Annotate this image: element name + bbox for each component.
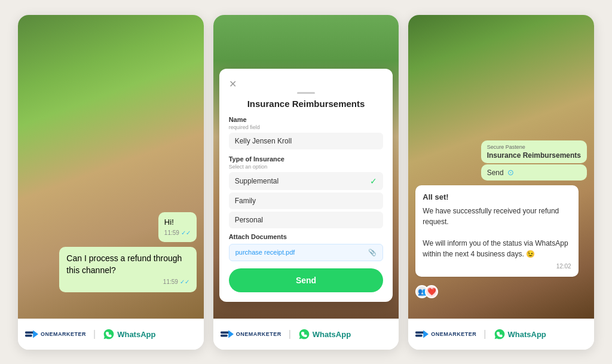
form-name-label: Name (229, 116, 384, 123)
page-wrapper: Hi! 11:59 ✓✓ Can I process a refund thro… (0, 0, 612, 364)
form-insurance-label: Type of Insurance (229, 155, 384, 163)
form-close-button[interactable]: ✕ (229, 78, 384, 90)
whatsapp-logo-3: WhatsApp (494, 328, 546, 340)
whatsapp-text-2: WhatsApp (313, 330, 351, 339)
form-name-sublabel: required field (229, 124, 384, 130)
onemarketer-text-3: ONEMARKETER (431, 331, 476, 337)
phone-screen-1: Hi! 11:59 ✓✓ Can I process a refund thro… (18, 15, 204, 319)
onemarketer-icon-1 (25, 330, 38, 338)
reimbursement-label: Insurance Reimbursements (487, 151, 581, 160)
reaction-row: 👥 ❤️ (415, 285, 587, 298)
bubble-refund-time: 11:59 ✓✓ (66, 278, 189, 286)
onemarketer-text-1: ONEMARKETER (41, 331, 86, 337)
bubble-refund: Can I process a refund through this chan… (59, 247, 196, 292)
onemarketer-logo-1: ONEMARKETER (25, 330, 86, 338)
onemarketer-logo-3: ONEMARKETER (415, 330, 476, 338)
attach-section: Attach Documents purchase receipt.pdf 📎 (229, 233, 384, 261)
whatsapp-logo-2: WhatsApp (298, 328, 351, 340)
attach-file-item[interactable]: purchase receipt.pdf 📎 (229, 244, 384, 261)
whatsapp-icon-3 (494, 328, 506, 340)
svg-marker-8 (424, 330, 429, 338)
whatsapp-icon-1 (103, 328, 115, 340)
card-1-footer: ONEMARKETER | WhatsApp (18, 319, 204, 350)
check-icon: ✓ (370, 176, 377, 186)
send-form-button[interactable]: Send (229, 268, 384, 292)
whatsapp-text-1: WhatsApp (117, 330, 155, 339)
chat-overlay-1: Hi! 11:59 ✓✓ Can I process a refund thro… (18, 15, 204, 319)
onemarketer-icon-3 (415, 330, 429, 338)
form-insurance-sublabel: Select an option (229, 164, 384, 170)
form-overlay: ✕ Insurance Reimbursements Name required… (219, 69, 393, 302)
divider-2: | (289, 329, 291, 339)
reaction-icons: 👥 ❤️ (415, 285, 438, 298)
bubble-hi: Hi! 11:59 ✓✓ (158, 212, 197, 242)
onemarketer-text-2: ONEMARKETER (236, 331, 281, 337)
secure-badge-text: Secure Pastene (487, 144, 581, 150)
paperclip-icon: 📎 (368, 249, 377, 256)
message-time: 12:02 (423, 262, 571, 271)
divider-1: | (93, 329, 96, 339)
form-title: Insurance Reimbursements (229, 99, 384, 109)
svg-rect-4 (221, 335, 228, 337)
divider-3: | (484, 329, 486, 339)
onemarketer-icon-2 (221, 330, 234, 338)
bubble-refund-text: Can I process a refund through this chan… (66, 253, 182, 275)
send-confirm-bubble: Send ⊙ (481, 164, 587, 181)
whatsapp-icon-2 (298, 328, 310, 340)
all-set-bubble: All set! We have successfully received y… (415, 185, 578, 277)
bubble-hi-text: Hi! (164, 218, 174, 227)
onemarketer-logo-2: ONEMARKETER (221, 330, 281, 338)
card-2-footer: ONEMARKETER | WhatsApp (213, 319, 399, 350)
svg-marker-5 (228, 330, 234, 338)
attach-file-name: purchase receipt.pdf (235, 249, 295, 256)
card-2: ✕ Insurance Reimbursements Name required… (213, 15, 399, 350)
svg-rect-7 (415, 335, 423, 337)
phone-screen-2: ✕ Insurance Reimbursements Name required… (213, 15, 399, 319)
card-3: Secure Pastene Insurance Reimbursements … (408, 15, 594, 350)
insurance-option-personal[interactable]: Personal (229, 212, 384, 228)
svg-marker-2 (33, 330, 38, 338)
chat-overlay-3: Secure Pastene Insurance Reimbursements … (408, 15, 594, 319)
reaction-icon-heart: ❤️ (425, 285, 438, 298)
bubble-hi-time: 11:59 ✓✓ (164, 229, 191, 237)
insurance-option-family[interactable]: Family (229, 192, 384, 209)
all-set-title: All set! (423, 191, 571, 203)
all-set-message: We have successfully received your refun… (423, 206, 571, 259)
card-1: Hi! 11:59 ✓✓ Can I process a refund thro… (18, 15, 204, 350)
form-name-input[interactable]: Kelly Jensen Kroll (229, 133, 384, 149)
send-label-text: Send (487, 169, 504, 177)
secure-badge-bubble: Secure Pastene Insurance Reimbursements (481, 140, 587, 163)
attach-label: Attach Documents (229, 233, 384, 240)
svg-rect-1 (25, 335, 32, 337)
phone-screen-3: Secure Pastene Insurance Reimbursements … (408, 15, 594, 319)
card-3-footer: ONEMARKETER | WhatsApp (408, 319, 594, 350)
whatsapp-logo-1: WhatsApp (103, 328, 155, 340)
whatsapp-text-3: WhatsApp (508, 330, 546, 339)
insurance-option-supplemental[interactable]: Supplemental ✓ (229, 172, 384, 190)
double-check-icon: ⊙ (507, 168, 514, 177)
